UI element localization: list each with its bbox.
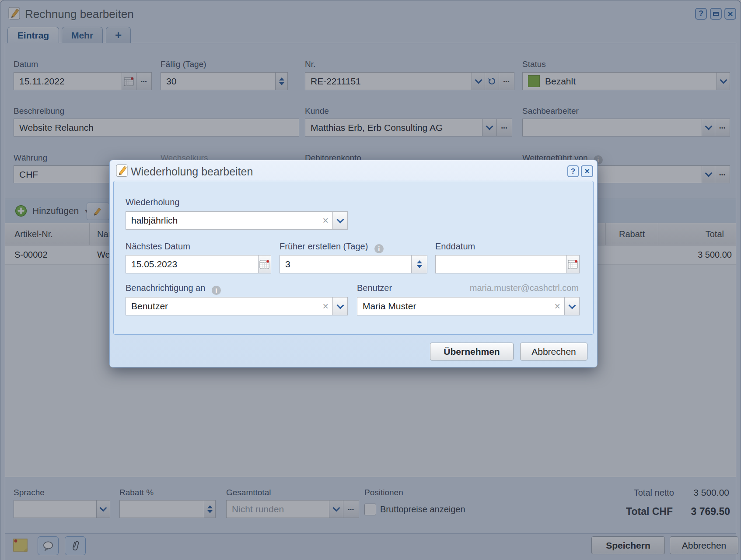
spin-up-icon <box>417 260 422 263</box>
benutzer-label: Benutzer <box>357 283 392 293</box>
info-icon: i <box>374 244 384 253</box>
frueher-field: 3 <box>280 255 427 273</box>
frueher-spinner[interactable] <box>412 255 427 273</box>
dialog-help-button[interactable]: ? <box>567 165 579 177</box>
wiederholung-field: halbjährlich × <box>126 211 348 230</box>
benachrichtigung-label: Benachrichtigung an i <box>126 283 221 295</box>
wiederholung-label: Wiederholung <box>126 197 179 207</box>
wiederholung-dropdown-trigger[interactable] <box>333 211 348 230</box>
frueher-input[interactable]: 3 <box>280 255 412 273</box>
naechstes-datum-calendar-button[interactable] <box>259 255 271 273</box>
enddatum-input[interactable] <box>435 255 567 273</box>
chevron-down-icon <box>336 216 344 223</box>
calendar-icon <box>568 259 578 269</box>
benachrichtigung-input[interactable]: Benutzer × <box>126 297 333 315</box>
clear-icon[interactable]: × <box>323 216 329 226</box>
frueher-label: Früher erstellen (Tage) i <box>280 242 384 253</box>
clear-icon[interactable]: × <box>555 301 560 312</box>
dialog-close-button[interactable]: × <box>581 165 593 177</box>
naechstes-datum-input[interactable]: 15.05.2023 <box>126 255 259 273</box>
benutzer-email-hint: maria.muster@cashctrl.com <box>470 283 579 293</box>
info-icon: i <box>212 286 221 295</box>
dialog-cancel-button[interactable]: Abbrechen <box>520 343 587 360</box>
edit-note-icon <box>116 164 128 177</box>
chevron-down-icon <box>336 301 344 309</box>
calendar-icon <box>259 259 270 269</box>
dialog-title: Wiederholung bearbeiten <box>131 165 253 178</box>
screen: Rechnung bearbeiten ? × Eintrag Mehr + D… <box>0 0 741 560</box>
naechstes-datum-label: Nächstes Datum <box>126 242 190 252</box>
enddatum-label: Enddatum <box>435 242 475 252</box>
chevron-down-icon <box>568 301 576 309</box>
benutzer-input[interactable]: Maria Muster × <box>357 297 565 315</box>
enddatum-field <box>435 255 580 273</box>
benachrichtigung-dropdown-trigger[interactable] <box>333 297 348 315</box>
apply-button[interactable]: Übernehmen <box>430 343 514 360</box>
naechstes-datum-field: 15.05.2023 <box>126 255 271 273</box>
recurrence-dialog: Wiederholung bearbeiten ? × Wiederholung… <box>109 160 598 368</box>
wiederholung-input[interactable]: halbjährlich × <box>126 211 333 230</box>
benutzer-dropdown-trigger[interactable] <box>565 297 580 315</box>
benutzer-field: Maria Muster × <box>357 297 580 315</box>
clear-icon[interactable]: × <box>323 301 329 312</box>
spin-down-icon <box>417 265 422 268</box>
enddatum-calendar-button[interactable] <box>567 255 580 273</box>
benachrichtigung-field: Benutzer × <box>126 297 348 315</box>
